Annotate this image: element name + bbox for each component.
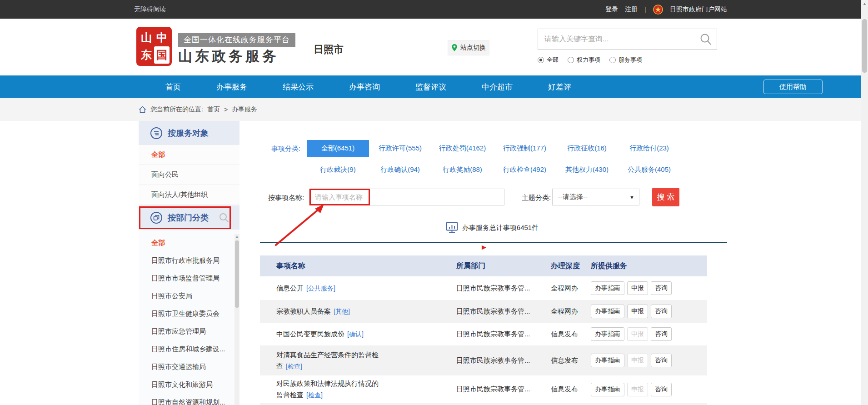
service-button-咨询[interactable]: 咨询 [651, 281, 672, 295]
page-scrollbar[interactable]: ▲ [861, 0, 868, 405]
service-button-办事指南[interactable]: 办事指南 [591, 383, 624, 396]
department-item-3[interactable]: 日照市公安局 [139, 287, 239, 305]
topbar-divider: | [644, 6, 646, 13]
nav-item-0[interactable]: 首页 [148, 75, 199, 98]
service-button-咨询[interactable]: 咨询 [651, 383, 672, 396]
item-type-tag[interactable]: [检查] [286, 363, 302, 370]
category-tab-r1-5[interactable]: 公共服务(405) [618, 161, 680, 178]
item-type-tag[interactable]: [其他] [334, 308, 350, 315]
department-item-8[interactable]: 日照市文化和旅游局 [139, 376, 239, 394]
item-services-cell: 办事指南申报咨询 [591, 354, 707, 367]
item-type-tag[interactable]: [公共服务] [306, 285, 335, 292]
service-button-办事指南[interactable]: 办事指南 [591, 305, 624, 318]
item-name-cell: 信息公开[公共服务] [260, 282, 456, 294]
list-lines-icon [150, 127, 162, 139]
category-tab-r0-3[interactable]: 行政强制(177) [494, 140, 556, 157]
service-object-item-0[interactable]: 全部 [139, 145, 239, 165]
service-button-咨询[interactable]: 咨询 [651, 305, 672, 318]
item-name-wrap: 宗教教职人员备案[其他] [276, 305, 383, 317]
department-item-4[interactable]: 日照市卫生健康委员会 [139, 305, 239, 323]
main-nav: 首页办事服务结果公示办事咨询监督评议中介超市好差评 使用帮助 [0, 75, 868, 98]
category-tab-r0-5[interactable]: 行政给付(23) [618, 140, 680, 157]
header-search-input[interactable] [538, 35, 699, 43]
item-name-cell: 宗教教职人员备案[其他] [260, 305, 456, 317]
breadcrumb-current[interactable]: 办事服务 [232, 105, 257, 114]
department-item-2[interactable]: 日照市市场监督管理局 [139, 270, 239, 287]
sidebar-scroll-thumb[interactable] [235, 240, 239, 308]
item-type-tag[interactable]: [检查] [306, 391, 323, 399]
category-tab-r0-2[interactable]: 行政处罚(4162) [431, 140, 494, 157]
category-tab-r0-4[interactable]: 行政征收(16) [556, 140, 618, 157]
service-button-咨询[interactable]: 咨询 [651, 327, 672, 341]
service-button-办事指南[interactable]: 办事指南 [591, 281, 624, 295]
nav-item-3[interactable]: 办事咨询 [331, 75, 398, 98]
item-depth-cell: 全程网办 [551, 307, 591, 316]
topic-select[interactable]: --请选择-- ▼ [552, 189, 639, 205]
item-dept-cell: 日照市民族宗教事务管... [456, 284, 551, 293]
item-name-link[interactable]: 中国公民变更民族成份 [276, 330, 344, 338]
search-button[interactable]: 搜 索 [652, 188, 679, 206]
nav-item-4[interactable]: 监督评议 [398, 75, 464, 98]
service-object-item-2[interactable]: 面向法人/其他组织 [139, 185, 239, 205]
item-name-input[interactable] [309, 189, 504, 205]
service-button-办事指南[interactable]: 办事指南 [591, 354, 624, 367]
radio-option-2[interactable]: 服务事项 [609, 56, 642, 64]
item-name-link[interactable]: 对民族政策和法律法规执行情况的监督检查 [276, 380, 379, 399]
breadcrumb-home-link[interactable]: 首页 [207, 105, 220, 114]
table-header-cell-2: 办理深度 [551, 261, 591, 271]
portal-link[interactable]: 日照市政府门户网站 [670, 5, 727, 14]
sidebar-scrollbar[interactable]: ▲ [234, 234, 239, 405]
department-item-7[interactable]: 日照市交通运输局 [139, 358, 239, 376]
department-search-icon[interactable] [219, 212, 229, 223]
seal-char: 中 [154, 29, 170, 46]
category-tab-r1-0[interactable]: 行政裁决(9) [307, 161, 369, 178]
table-row-1: 宗教教职人员备案[其他]日照市民族宗教事务管...全程网办办事指南申报咨询 [260, 300, 707, 323]
city-name: 日照市 [314, 43, 344, 56]
department-title: 按部门分类 [168, 212, 209, 223]
register-link[interactable]: 注册 [625, 5, 638, 14]
service-button-办事指南[interactable]: 办事指南 [591, 327, 624, 341]
department-section-header[interactable]: 按部门分类 [139, 205, 239, 230]
category-tab-r1-4[interactable]: 其他权力(430) [556, 161, 618, 178]
location-pin-icon [451, 44, 458, 52]
help-button[interactable]: 使用帮助 [763, 80, 823, 94]
nav-item-6[interactable]: 好差评 [530, 75, 589, 98]
department-item-1[interactable]: 日照市行政审批服务局 [139, 252, 239, 270]
department-item-9[interactable]: 日照市自然资源和规划... [139, 394, 239, 405]
search-icon[interactable] [699, 33, 712, 45]
department-item-0[interactable]: 全部 [139, 234, 239, 252]
item-dept-cell: 日照市民族宗教事务管... [456, 307, 551, 316]
shandong-seal-logo: 山 中 东 国 [136, 27, 172, 66]
site-header: 山 中 东 国 全国一体化在线政务服务平台 山东政务服务 日照市 站点切换 全部… [0, 19, 868, 75]
item-name-link[interactable]: 信息公开 [276, 284, 304, 292]
nav-item-2[interactable]: 结果公示 [265, 75, 331, 98]
nav-items: 首页办事服务结果公示办事咨询监督评议中介超市好差评 [134, 75, 734, 98]
site-switch-button[interactable]: 站点切换 [448, 40, 489, 55]
item-dept-cell: 日照市民族宗教事务管... [456, 385, 551, 394]
radio-dot [609, 57, 616, 63]
nav-item-5[interactable]: 中介超市 [464, 75, 530, 98]
scroll-up-icon[interactable]: ▲ [234, 234, 239, 240]
page-scroll-thumb[interactable] [862, 19, 867, 73]
category-tab-r1-3[interactable]: 行政检查(492) [494, 161, 556, 178]
category-tab-r1-1[interactable]: 行政确认(94) [369, 161, 431, 178]
item-name-link[interactable]: 宗教教职人员备案 [276, 307, 331, 315]
page-scroll-up-icon[interactable]: ▲ [861, 0, 868, 7]
service-button-申报[interactable]: 申报 [627, 305, 648, 318]
item-type-tag[interactable]: [确认] [347, 330, 364, 338]
item-dept-cell: 日照市民族宗教事务管... [456, 356, 551, 365]
nav-item-1[interactable]: 办事服务 [199, 75, 265, 98]
accessibility-link[interactable]: 无障碍阅读 [134, 5, 166, 14]
service-object-item-1[interactable]: 面向公民 [139, 165, 239, 185]
department-item-5[interactable]: 日照市应急管理局 [139, 323, 239, 340]
service-button-申报[interactable]: 申报 [627, 281, 648, 295]
category-tab-r0-1[interactable]: 行政许可(555) [369, 140, 431, 157]
category-tab-r1-2[interactable]: 行政奖励(88) [431, 161, 494, 178]
radio-option-1[interactable]: 权力事项 [568, 56, 600, 64]
service-button-咨询[interactable]: 咨询 [651, 354, 672, 367]
department-item-6[interactable]: 日照市住房和城乡建设... [139, 340, 239, 358]
login-link[interactable]: 登录 [605, 5, 618, 14]
category-tab-r0-0[interactable]: 全部(6451) [307, 140, 369, 157]
radio-option-0[interactable]: 全部 [538, 56, 559, 64]
site-switch-label: 站点切换 [460, 44, 486, 52]
